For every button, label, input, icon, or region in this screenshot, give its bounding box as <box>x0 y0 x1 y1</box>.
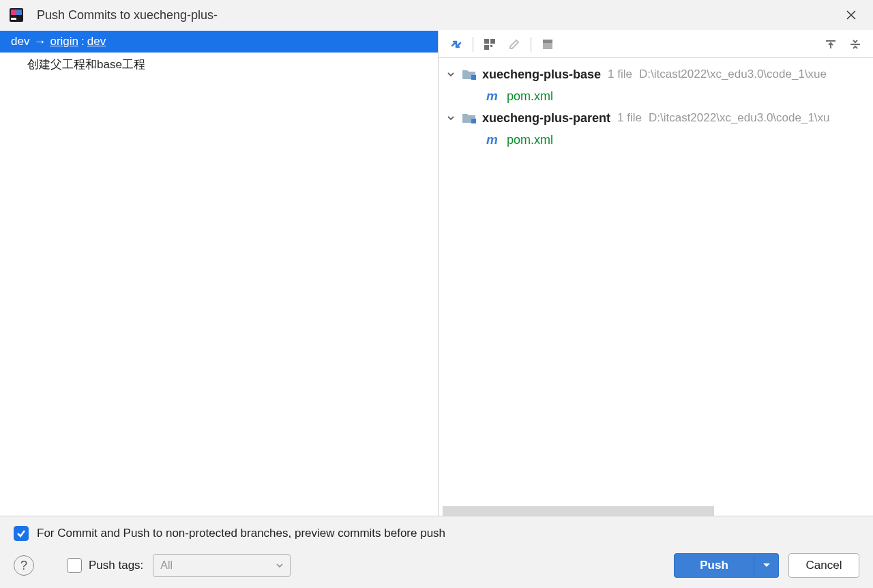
file-count: 1 file <box>608 68 632 81</box>
file-path: D:\itcast2022\xc_edu3.0\code_1\xu <box>649 111 830 125</box>
scrollbar-horizontal[interactable] <box>443 506 714 516</box>
svg-rect-11 <box>543 40 552 43</box>
folder-icon <box>462 68 477 80</box>
commit-message[interactable]: 创建父工程和base工程 <box>0 53 438 76</box>
chevron-down-icon[interactable] <box>444 111 458 125</box>
module-name: xuecheng-plus-parent <box>482 111 610 126</box>
push-tags-checkbox[interactable] <box>67 558 82 573</box>
collapse-all-icon[interactable] <box>844 33 866 55</box>
app-icon <box>8 7 25 23</box>
preview-icon[interactable] <box>537 33 559 55</box>
maven-icon: m <box>486 89 501 104</box>
file-row[interactable]: m pom.xml <box>439 129 873 151</box>
commits-panel: dev → origin : dev 创建父工程和base工程 <box>0 31 439 516</box>
edit-icon[interactable] <box>503 33 525 55</box>
local-branch: dev <box>11 35 29 48</box>
maven-icon: m <box>486 132 501 147</box>
file-tree: xuecheng-plus-base 1 file D:\itcast2022\… <box>439 58 873 516</box>
collapse-diff-icon[interactable] <box>445 33 467 55</box>
chevron-down-icon <box>276 563 283 568</box>
svg-rect-1 <box>11 10 16 15</box>
preview-label: For Commit and Push to non-protected bra… <box>37 527 445 540</box>
svg-rect-3 <box>11 18 16 20</box>
tags-option: All <box>160 559 173 572</box>
main-area: dev → origin : dev 创建父工程和base工程 <box>0 30 873 516</box>
module-name: xuecheng-plus-base <box>482 68 601 82</box>
colon: : <box>81 35 85 48</box>
svg-rect-7 <box>490 39 495 44</box>
file-name: pom.xml <box>507 89 553 104</box>
module-row[interactable]: xuecheng-plus-parent 1 file D:\itcast202… <box>439 107 873 129</box>
remote-branch[interactable]: dev <box>87 35 106 48</box>
tags-select[interactable]: All <box>153 554 291 577</box>
svg-rect-16 <box>471 119 476 123</box>
preview-checkbox[interactable] <box>14 526 29 541</box>
preview-checkbox-row: For Commit and Push to non-protected bra… <box>14 526 859 541</box>
push-button[interactable]: Push <box>674 553 754 578</box>
push-tags-label: Push tags: <box>89 559 143 572</box>
chevron-down-icon[interactable] <box>444 68 458 81</box>
svg-rect-15 <box>471 75 476 80</box>
bottom-bar: For Commit and Push to non-protected bra… <box>0 516 873 586</box>
help-icon[interactable]: ? <box>14 555 34 576</box>
svg-rect-6 <box>484 39 489 44</box>
bottom-controls: ? Push tags: All Push Cancel <box>14 553 859 578</box>
files-toolbar <box>439 31 873 58</box>
push-dropdown-button[interactable] <box>754 553 779 578</box>
folder-icon <box>462 112 477 124</box>
arrow-right-icon: → <box>33 35 46 49</box>
svg-rect-9 <box>490 45 492 47</box>
window-title: Push Commits to xuecheng-plus- <box>37 8 838 23</box>
separator <box>473 37 473 52</box>
remote-name[interactable]: origin <box>50 35 78 48</box>
module-row[interactable]: xuecheng-plus-base 1 file D:\itcast2022\… <box>439 63 873 85</box>
close-icon[interactable] <box>838 1 865 29</box>
titlebar: Push Commits to xuecheng-plus- <box>0 0 873 30</box>
svg-rect-8 <box>484 45 489 50</box>
svg-rect-2 <box>16 10 22 15</box>
group-by-icon[interactable] <box>479 33 501 55</box>
file-name: pom.xml <box>507 133 553 147</box>
push-button-group: Push <box>674 553 779 578</box>
file-row[interactable]: m pom.xml <box>439 85 873 107</box>
files-panel: xuecheng-plus-base 1 file D:\itcast2022\… <box>439 31 873 516</box>
file-count: 1 file <box>617 111 642 125</box>
file-path: D:\itcast2022\xc_edu3.0\code_1\xue <box>639 68 827 81</box>
expand-all-icon[interactable] <box>820 33 842 55</box>
branch-row[interactable]: dev → origin : dev <box>0 31 438 53</box>
cancel-button[interactable]: Cancel <box>788 553 859 578</box>
separator <box>531 37 531 52</box>
